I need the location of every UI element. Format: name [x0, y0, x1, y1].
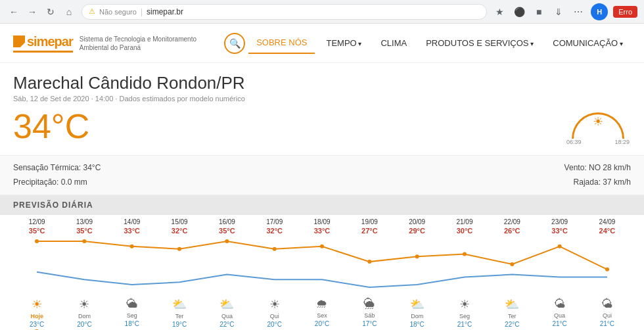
forward-button[interactable]: →: [25, 5, 39, 19]
weather-icon: ⛅: [219, 297, 234, 312]
day-date: 14/09: [108, 218, 156, 225]
back-button[interactable]: ←: [7, 5, 21, 19]
search-button[interactable]: 🔍: [224, 33, 245, 54]
svg-point-1: [82, 239, 86, 243]
nav-comunicacao[interactable]: COMUNICAÇÃO: [545, 33, 631, 53]
day-name: Sex: [317, 312, 327, 319]
svg-point-6: [320, 245, 324, 248]
day-name: Sáb: [364, 312, 375, 319]
day-name: Hoje: [30, 313, 43, 319]
svg-point-0: [35, 239, 39, 243]
nav-tempo[interactable]: TEMPO: [318, 33, 369, 53]
day-labels: 12/09 35°C 13/09 35°C 14/09 33°C 15/09 3…: [7, 218, 637, 235]
weather-icon: ☀: [459, 297, 470, 312]
day-label-col: 19/09 27°C: [346, 218, 393, 235]
forecast-chart-container: 12/09 35°C 13/09 35°C 14/09 33°C 15/09 3…: [0, 215, 644, 330]
nav-produtos[interactable]: PRODUTOS E SERVIÇOS: [418, 33, 541, 53]
site-tagline: Sistema de Tecnologia e Monitoramento Am…: [80, 35, 204, 52]
bookmark-button[interactable]: ★: [492, 5, 507, 19]
svg-point-4: [225, 239, 229, 243]
weather-icon-col: ⛅ Ter 19°C: [156, 297, 203, 328]
weather-temp-row: 34°C ☀ 06:39 18:29: [13, 109, 631, 149]
day-min-temp: 18°C: [409, 321, 424, 328]
weather-icon-col: 🌥 Seg 18°C: [108, 297, 156, 328]
svg-point-8: [415, 255, 419, 259]
svg-point-12: [605, 268, 609, 271]
day-name: Ter: [508, 313, 517, 319]
day-date: 16/09: [203, 218, 250, 225]
day-label-col: 14/09 33°C: [108, 218, 156, 235]
day-label-col: 15/09 32°C: [156, 218, 203, 235]
day-min-temp: 21°C: [552, 320, 566, 327]
download-button[interactable]: ⇓: [551, 5, 566, 19]
svg-point-5: [273, 247, 277, 251]
day-min-temp: 22°C: [219, 321, 234, 328]
weather-main: Marechal Cândido Rondon/PR Sáb, 12 de Se…: [0, 63, 644, 155]
day-min-temp: 18°C: [125, 320, 139, 327]
browser-nav-buttons[interactable]: ← → ↻ ⌂: [7, 5, 76, 19]
home-button[interactable]: ⌂: [62, 5, 76, 19]
weather-icons-row: ☀ Hoje 23°C ☀ Dom 20°C 🌥 Seg 18°C ⛅ Ter …: [7, 294, 637, 328]
day-min-temp: 20°C: [315, 320, 329, 327]
day-max-temp: 33°C: [536, 227, 583, 235]
forecast-header: PREVISÃO DIÁRIA: [0, 195, 644, 215]
lock-icon: ⚠: [89, 7, 95, 16]
day-label-col: 13/09 35°C: [60, 218, 108, 235]
weather-right-info: Vento: NO 28 km/h Rajada: 37 km/h: [564, 161, 631, 189]
weather-icon-col: ☀ Seg 21°C: [441, 297, 488, 328]
logo[interactable]: simepar: [13, 34, 73, 53]
not-secure-label: Não seguro: [99, 8, 137, 16]
weather-icon-col: ⛅ Dom 18°C: [394, 297, 441, 328]
weather-icon-col: ⛅ Ter 22°C: [488, 297, 536, 328]
day-label-col: 16/09 35°C: [203, 218, 250, 235]
address-bar[interactable]: ⚠ Não seguro | simepar.br: [81, 4, 487, 20]
main-nav: 🔍 SOBRE NÓS TEMPO CLIMA PRODUTOS E SERVI…: [224, 32, 631, 54]
day-name: Qui: [603, 312, 612, 319]
profile-button[interactable]: H: [591, 3, 608, 20]
nav-sobre-nos[interactable]: SOBRE NÓS: [248, 32, 315, 54]
day-max-temp: 29°C: [394, 227, 441, 235]
weather-icon: ⛅: [172, 297, 187, 312]
weather-left-info: Sensação Térmica: 34°C Precipitação: 0.0…: [13, 161, 101, 189]
weather-icon-col: ☀ Qui 20°C: [251, 297, 298, 328]
weather-icon: ☀: [79, 297, 89, 312]
weather-icon: ☀: [269, 297, 280, 312]
weather-icon: ⛅: [505, 297, 519, 312]
svg-point-2: [130, 245, 134, 248]
day-max-temp: 35°C: [13, 227, 60, 235]
reload-button[interactable]: ↻: [43, 5, 58, 19]
day-name: Seg: [127, 312, 137, 319]
block-button[interactable]: ⚫: [512, 5, 526, 19]
menu-button[interactable]: ⋯: [571, 5, 586, 19]
weather-icon: 🌦: [363, 297, 375, 311]
day-name: Ter: [175, 313, 184, 319]
weather-icon-col: ☀ Hoje 23°C: [13, 297, 60, 328]
day-min-temp: 20°C: [77, 321, 91, 328]
day-date: 12/09: [13, 218, 60, 225]
day-date: 18/09: [298, 218, 346, 225]
day-label-col: 12/09 35°C: [13, 218, 60, 235]
sun-gauge: ☀ 06:39 18:29: [565, 109, 631, 149]
temperature: 34°C: [13, 109, 89, 143]
weather-icon-col: ⛅ Qua 22°C: [203, 297, 250, 328]
day-date: 24/09: [584, 218, 631, 225]
vento: Vento: NO 28 km/h: [564, 161, 631, 176]
day-max-temp: 27°C: [346, 227, 393, 235]
extension-button[interactable]: ■: [532, 5, 546, 19]
day-name: Dom: [411, 313, 423, 319]
error-button[interactable]: Erro: [613, 6, 637, 18]
sensacao-termica: Sensação Térmica: 34°C: [13, 161, 101, 176]
browser-actions: ★ ⚫ ■ ⇓ ⋯ H Erro: [492, 3, 637, 20]
svg-point-3: [177, 247, 181, 251]
day-min-temp: 20°C: [267, 321, 282, 328]
weather-icon: 🌥: [126, 297, 138, 311]
weather-icon: 🌧: [316, 297, 328, 311]
svg-point-7: [367, 260, 371, 264]
day-date: 17/09: [251, 218, 298, 225]
day-label-col: 22/09 26°C: [488, 218, 536, 235]
url-text: simepar.br: [147, 7, 183, 16]
nav-clima[interactable]: CLIMA: [373, 33, 415, 53]
day-max-temp: 26°C: [488, 227, 536, 235]
weather-date: Sáb, 12 de Set de 2020 · 14:00 · Dados e…: [13, 95, 631, 103]
day-min-temp: 22°C: [505, 321, 519, 328]
